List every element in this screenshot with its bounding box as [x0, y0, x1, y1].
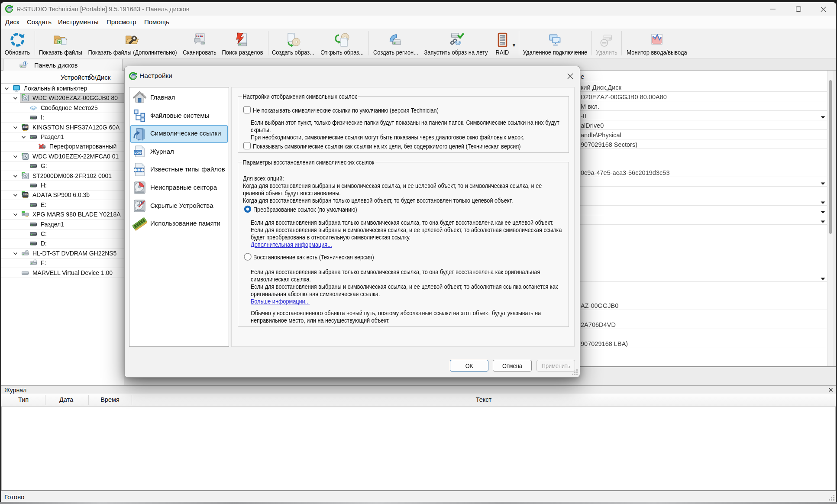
property-row[interactable]: 2A706D4VD — [579, 320, 827, 329]
property-row[interactable]: 907029168 LBA) — [579, 339, 827, 348]
chevron-down-icon[interactable] — [13, 125, 18, 130]
tree-row[interactable]: Свободное Место25 — [1, 103, 124, 113]
menu-create[interactable]: Создать — [27, 16, 52, 29]
menu-disk[interactable]: Диск — [5, 16, 19, 29]
combo-dropdown-icon[interactable] — [821, 275, 825, 278]
journal-column-type[interactable]: Тип — [18, 396, 29, 403]
toolbar-button-mount-image[interactable]: Запустить образ на лету — [419, 29, 493, 58]
menu-tools[interactable]: Инструменты — [58, 16, 99, 29]
tree-row[interactable]: I: — [1, 113, 124, 123]
property-row[interactable] — [579, 244, 827, 253]
property-row[interactable] — [579, 282, 827, 291]
radio-link-conversion-label[interactable]: Преобразование ссылок (по умолчанию) — [253, 206, 357, 213]
sidebar-item-known-file-types[interactable]: ✱✱✱Известные типы файлов — [129, 161, 229, 179]
radio-recover-as-is[interactable] — [244, 253, 252, 261]
combo-dropdown-icon[interactable] — [821, 208, 825, 211]
radio-recover-as-is-label[interactable]: Восстановление как есть (Техническая вер… — [253, 253, 374, 261]
maximize-button[interactable] — [792, 3, 805, 15]
tree-column-header[interactable]: Устройство/Диск — [1, 71, 124, 84]
sidebar-item-hidden-devices[interactable]: Скрытые Устройства — [129, 197, 229, 215]
checkbox-hide-symlinks-label[interactable]: Не показывать символические ссылки по ум… — [253, 107, 439, 114]
chevron-down-icon[interactable] — [4, 86, 10, 91]
toolbar-button-delete[interactable]: Удалить — [594, 29, 619, 58]
properties-scrollbar[interactable] — [827, 71, 833, 366]
combo-dropdown-icon[interactable] — [821, 217, 825, 221]
toolbar-button-raid[interactable]: RAID — [494, 29, 511, 58]
property-row[interactable] — [579, 263, 827, 272]
toolbar-button-io-monitor[interactable]: Монитор ввода/вывода — [622, 29, 692, 58]
sidebar-item-symbolic-links[interactable]: Символические ссылки — [129, 125, 229, 143]
resize-grip-icon[interactable] — [828, 494, 835, 501]
menu-help[interactable]: Помощь — [144, 16, 169, 29]
tree-row[interactable]: SSDKINGSTON SHFS37A120G 60A — [1, 123, 124, 132]
tree-row[interactable]: Раздел1 — [1, 132, 124, 142]
journal-column-text[interactable]: Текст — [476, 396, 492, 403]
sidebar-item-memory-usage[interactable]: Использование памяти — [129, 215, 229, 233]
property-row[interactable] — [579, 234, 827, 244]
tree-row[interactable]: C: — [1, 229, 124, 239]
combo-dropdown-icon[interactable] — [821, 198, 825, 202]
chevron-down-icon[interactable] — [21, 134, 26, 140]
property-row[interactable]: D20EZAZ-00GGJB0 80.00A80 — [579, 92, 827, 101]
toolbar-button-show-files[interactable]: Показать файлы — [36, 29, 86, 58]
tree-row[interactable]: D: — [1, 239, 124, 249]
tree-row[interactable]: Переформатированный — [1, 142, 124, 152]
chevron-down-icon[interactable] — [13, 154, 18, 159]
tree-row[interactable]: E: — [1, 200, 124, 210]
chevron-down-icon[interactable] — [13, 173, 18, 179]
property-row[interactable] — [579, 206, 827, 215]
menu-view[interactable]: Просмотр — [107, 16, 136, 29]
property-row[interactable] — [579, 310, 827, 320]
toolbar-button-remote-connection[interactable]: Удаленное подключение — [518, 29, 592, 58]
more-information-link-2[interactable]: Больше информации... — [251, 297, 310, 305]
property-row[interactable] — [579, 272, 827, 282]
combo-dropdown-icon[interactable] — [821, 179, 825, 183]
minimize-button[interactable] — [766, 3, 779, 15]
journal-close-icon[interactable] — [827, 386, 834, 393]
cancel-button[interactable]: Отмена — [493, 360, 532, 372]
tree-row[interactable]: SSDADATA SP900 6.0.3b — [1, 190, 124, 200]
property-row[interactable]: 0c9a-47e5-aca3-56c2019d3c53 — [579, 168, 827, 177]
property-row[interactable]: 907029168 Sectors) — [579, 139, 827, 149]
sidebar-item-file-systems[interactable]: Файловые системы — [129, 107, 229, 125]
toolbar-button-create-image[interactable]: Создать образ... — [268, 29, 318, 58]
tree-row[interactable]: Локальный компьютер — [1, 84, 124, 94]
tree-row[interactable]: ST2000DM008-2FR102 0001 — [1, 171, 124, 181]
chevron-down-icon[interactable] — [13, 95, 18, 101]
toolbar-button-refresh[interactable]: Обновить — [3, 29, 32, 58]
sidebar-item-log[interactable]: LOGЖурнал — [129, 143, 229, 161]
property-row[interactable]: andle\Physical — [579, 130, 827, 139]
journal-column-date[interactable]: Дата — [59, 396, 73, 403]
property-row[interactable]: M вкл. — [579, 101, 827, 111]
property-row[interactable]: alDrive0 — [579, 120, 827, 130]
property-row[interactable] — [579, 215, 827, 225]
property-row[interactable] — [579, 253, 827, 263]
toolbar-button-open-image[interactable]: Открыть образ... — [317, 29, 367, 58]
property-row[interactable] — [579, 158, 827, 168]
toolbar-button-show-files-advanced[interactable]: Показать файлы (Дополнительно) — [81, 29, 184, 58]
property-row[interactable] — [579, 358, 827, 366]
property-row[interactable] — [579, 348, 827, 358]
tree-row[interactable]: F: — [1, 258, 124, 268]
tree-row[interactable]: H: — [1, 181, 124, 191]
chevron-down-icon[interactable] — [13, 212, 18, 217]
property-row[interactable] — [579, 329, 827, 339]
property-row[interactable]: -II — [579, 111, 827, 120]
property-row[interactable] — [579, 225, 827, 234]
tree-row[interactable]: WDC WD10EZEX-22MFCA0 01 — [1, 152, 124, 162]
checkbox-hide-symlinks[interactable] — [243, 106, 251, 113]
tab-disk-panel[interactable]: Панель дисков — [3, 59, 123, 71]
property-row[interactable] — [579, 149, 827, 158]
property-row[interactable] — [579, 177, 827, 187]
dialog-resize-grip-icon[interactable] — [572, 369, 578, 375]
chevron-down-icon[interactable] — [13, 251, 18, 256]
raid-dropdown-icon[interactable]: ▼ — [512, 43, 516, 48]
ok-button[interactable]: OK — [450, 360, 488, 372]
chevron-down-icon[interactable] — [13, 192, 18, 198]
tree-row[interactable]: MARVELL Virtual Device 1.00 — [1, 268, 124, 278]
property-row[interactable] — [579, 187, 827, 196]
checkbox-show-symlinks-as-links[interactable] — [243, 142, 251, 149]
property-row[interactable] — [579, 291, 827, 300]
sidebar-item-home[interactable]: Главная — [129, 89, 229, 107]
journal-column-time[interactable]: Время — [100, 396, 120, 403]
